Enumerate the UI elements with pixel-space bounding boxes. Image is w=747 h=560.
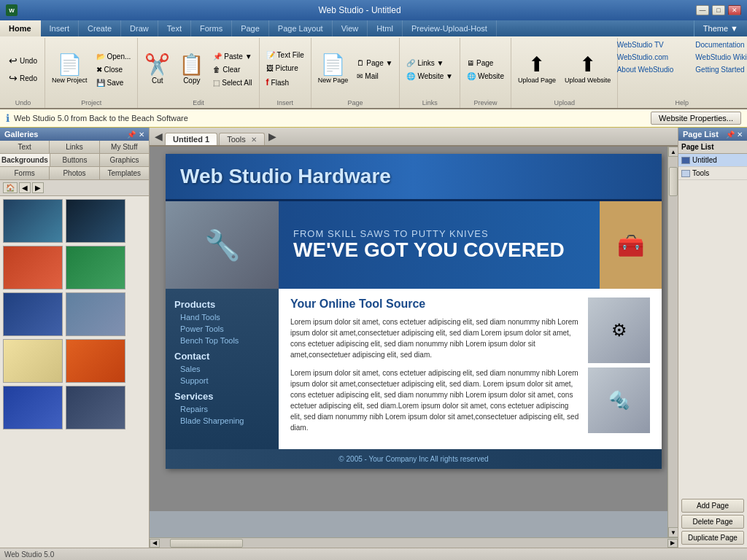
page-tab-tools[interactable]: Tools ✕ xyxy=(219,133,265,145)
canvas-scrollbar-v[interactable]: ▲ ▼ xyxy=(667,147,678,537)
preview-page-button[interactable]: 🖥 Page xyxy=(463,57,508,69)
tab-my-stuff[interactable]: My Stuff xyxy=(100,141,149,153)
tab-preview-upload-host[interactable]: Preview-Upload-Host xyxy=(403,20,497,36)
tab-graphics[interactable]: Graphics xyxy=(100,154,149,166)
nav-hand-tools[interactable]: Hand Tools xyxy=(166,311,279,323)
close-button[interactable]: ✕ xyxy=(728,5,741,15)
tab-close-tools[interactable]: ✕ xyxy=(251,136,257,144)
paste-button[interactable]: 📌 Paste ▼ xyxy=(209,50,255,63)
tab-nav-right[interactable]: ▶ xyxy=(266,128,279,145)
flash-button[interactable]: f Flash xyxy=(263,75,308,90)
textfile-button[interactable]: 📝 Text File xyxy=(263,49,308,61)
tab-forms[interactable]: Forms xyxy=(191,20,232,36)
add-page-button[interactable]: Add Page xyxy=(681,499,744,513)
upload-buttons: ⬆ Upload Page ⬆ Upload Website xyxy=(514,39,614,99)
new-page-button[interactable]: 📄 New Page xyxy=(314,43,352,96)
preview-website-button[interactable]: 🌐 Website xyxy=(463,70,508,82)
galleries-close-button[interactable]: ✕ xyxy=(139,131,144,139)
nav-sales[interactable]: Sales xyxy=(166,363,279,375)
ws-com-link[interactable]: WebStudio.com xyxy=(614,52,678,63)
scroll-down-arrow[interactable]: ▼ xyxy=(668,527,678,537)
tab-insert[interactable]: Insert xyxy=(41,20,80,36)
canvas-scroll[interactable]: Web Studio Hardware 🔧 FROM SKILL SAWS TO… xyxy=(150,147,678,537)
gallery-thumb-9[interactable] xyxy=(3,386,63,429)
wiki-link[interactable]: WebStudio Wiki xyxy=(692,52,747,63)
gallery-thumb-7[interactable] xyxy=(3,339,63,383)
nav-repairs[interactable]: Repairs xyxy=(166,403,279,415)
page-dropdown-button[interactable]: 🗒 Page ▼ xyxy=(353,57,396,69)
undo-button[interactable]: ↩ Undo xyxy=(5,52,41,69)
upload-website-button[interactable]: ⬆ Upload Website xyxy=(561,43,614,96)
theme-button[interactable]: Theme ▼ xyxy=(694,20,747,36)
selectall-button[interactable]: ⬚ Select All xyxy=(209,77,255,89)
about-link[interactable]: About WebStudio xyxy=(614,64,678,75)
tab-templates[interactable]: Templates xyxy=(100,167,149,179)
gallery-thumb-10[interactable] xyxy=(66,386,125,429)
gallery-back-button[interactable]: ◀ xyxy=(19,182,31,193)
gallery-thumb-6[interactable] xyxy=(66,292,125,336)
tab-html[interactable]: Html xyxy=(368,20,403,36)
scroll-right-arrow[interactable]: ▶ xyxy=(667,539,678,548)
tab-backgrounds[interactable]: Backgrounds xyxy=(0,154,50,166)
tab-page[interactable]: Page xyxy=(232,20,269,36)
tab-nav-left[interactable]: ◀ xyxy=(152,128,165,145)
hscrollbar-thumb[interactable] xyxy=(170,539,243,548)
open-button[interactable]: 📂 Open... xyxy=(93,50,135,63)
nav-blade-sharpening[interactable]: Blade Sharpening xyxy=(166,415,279,427)
gallery-thumb-3[interactable] xyxy=(3,246,63,289)
website-button[interactable]: 🌐 Website ▼ xyxy=(403,70,457,82)
minimize-button[interactable]: — xyxy=(696,5,709,15)
gallery-thumb-8[interactable] xyxy=(66,339,125,383)
gallery-thumb-2[interactable] xyxy=(66,199,125,243)
redo-button[interactable]: ↪ Redo xyxy=(5,70,41,86)
canvas-scrollbar-h[interactable]: ◀ ▶ xyxy=(150,537,678,548)
picture-button[interactable]: 🖼 Picture xyxy=(263,62,308,74)
gallery-forward-button[interactable]: ▶ xyxy=(32,182,44,193)
galleries-pin-button[interactable]: 📌 xyxy=(127,131,136,139)
delete-page-button[interactable]: Delete Page xyxy=(681,515,744,529)
duplicate-page-button[interactable]: Duplicate Page xyxy=(681,531,744,545)
gallery-thumb-1[interactable] xyxy=(3,199,63,243)
page-list-item-untitled[interactable]: Untitled xyxy=(678,154,747,167)
tab-forms[interactable]: Forms xyxy=(0,167,50,179)
gallery-thumb-4[interactable] xyxy=(66,246,125,289)
gallery-home-button[interactable]: 🏠 xyxy=(3,182,18,193)
scroll-up-arrow[interactable]: ▲ xyxy=(668,147,678,157)
docs-link[interactable]: Documentation xyxy=(692,39,747,50)
nav-support[interactable]: Support xyxy=(166,375,279,386)
tab-create[interactable]: Create xyxy=(79,20,121,36)
nav-power-tools[interactable]: Power Tools xyxy=(166,323,279,335)
tab-text[interactable]: Text xyxy=(0,141,50,153)
tab-buttons[interactable]: Buttons xyxy=(50,154,100,166)
page-list-buttons: Add Page Delete Page Duplicate Page xyxy=(678,496,747,548)
tab-home[interactable]: Home xyxy=(0,20,41,36)
page-list-pin-button[interactable]: 📌 xyxy=(726,131,735,139)
copy-button[interactable]: 📋 Copy xyxy=(175,43,208,96)
page-list-close-button[interactable]: ✕ xyxy=(737,131,743,139)
nav-bench-top-tools[interactable]: Bench Top Tools xyxy=(166,335,279,346)
scrollbar-thumb[interactable] xyxy=(669,167,678,196)
page-list-item-tools[interactable]: Tools xyxy=(678,167,747,180)
page-tab-untitled1[interactable]: Untitled 1 xyxy=(165,133,217,145)
tab-links[interactable]: Links xyxy=(50,141,99,153)
tab-text[interactable]: Text xyxy=(158,20,191,36)
maximize-button[interactable]: □ xyxy=(712,5,725,15)
ws-tv-link[interactable]: WebStudio TV xyxy=(614,39,678,50)
clear-button[interactable]: 🗑 Clear xyxy=(209,63,255,76)
close-button-ribbon[interactable]: ✖ Close xyxy=(93,63,135,76)
tab-view[interactable]: View xyxy=(333,20,368,36)
upload-page-button[interactable]: ⬆ Upload Page xyxy=(514,43,560,96)
new-project-button[interactable]: 📄 New Project xyxy=(48,43,91,96)
tab-page-layout[interactable]: Page Layout xyxy=(269,20,333,36)
tab-draw[interactable]: Draw xyxy=(121,20,158,36)
scroll-left-arrow[interactable]: ◀ xyxy=(150,539,160,548)
gallery-thumb-5[interactable] xyxy=(3,292,63,336)
tab-photos[interactable]: Photos xyxy=(50,167,99,179)
mail-button[interactable]: ✉ Mail xyxy=(353,70,396,82)
info-text: Web Studio 5.0 from Back to the Beach So… xyxy=(14,114,188,122)
getting-started-link[interactable]: Getting Started xyxy=(692,64,747,75)
website-properties-button[interactable]: Website Properties... xyxy=(651,112,741,125)
links-button[interactable]: 🔗 Links ▼ xyxy=(403,57,457,69)
save-button[interactable]: 💾 Save xyxy=(93,77,135,89)
cut-button[interactable]: ✂️ Cut xyxy=(141,43,174,96)
